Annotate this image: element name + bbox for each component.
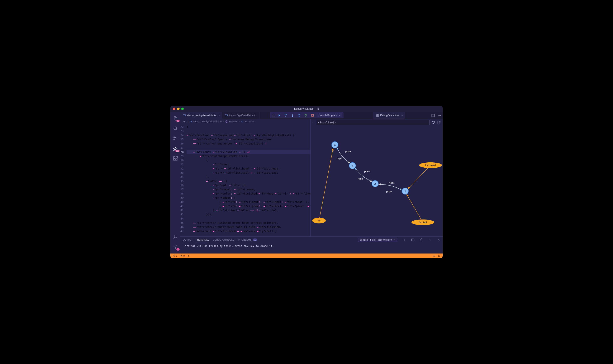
expand-icon[interactable]: ▷ — [313, 121, 314, 124]
status-bar: 1 0 — [170, 254, 443, 258]
code-lines[interactable]: } ="kw">function ="fn">reverse(="id">lis… — [187, 124, 310, 236]
accounts-icon[interactable] — [170, 232, 181, 242]
ts-lang-icon: TS — [225, 114, 228, 117]
vscode-window: Debug Visualizer — js 1 22 — [170, 106, 443, 258]
svg-point-15 — [273, 116, 273, 117]
debug-console-tab[interactable]: DEBUG CONSOLE — [213, 238, 234, 241]
activity-bar: 1 22 1 — [170, 112, 181, 254]
svg-point-1 — [174, 137, 175, 138]
panel-tabs: OUTPUT TERMINAL DEBUG CONSOLE PROBLEMS 1… — [181, 237, 443, 243]
graph-canvas[interactable]: nextprevnextprevnextprevlastlist.headlis… — [311, 126, 443, 236]
status-warnings[interactable]: 0 — [180, 255, 185, 257]
svg-rect-6 — [173, 159, 175, 160]
svg-text:3: 3 — [352, 164, 353, 168]
terminal-select[interactable]: 3: Task - build - tsconfig.json — [358, 238, 397, 242]
variable-icon — [241, 120, 243, 123]
terminal-tab[interactable]: TERMINAL — [197, 238, 209, 242]
close-tab-icon[interactable]: × — [218, 114, 220, 117]
status-feedback-icon[interactable] — [432, 255, 435, 257]
svg-text:next: next — [389, 181, 394, 184]
split-terminal-icon[interactable] — [411, 238, 415, 241]
search-icon[interactable] — [170, 123, 181, 133]
problems-tab[interactable]: PROBLEMS 1 — [238, 238, 257, 241]
svg-point-19 — [299, 116, 299, 117]
terminal-text: Terminal will be reused by tasks, press … — [183, 245, 274, 247]
editor-actions — [431, 114, 441, 117]
breadcrumb-symbol[interactable]: reverse — [229, 120, 237, 123]
svg-point-10 — [175, 246, 176, 247]
status-errors[interactable]: 1 — [172, 255, 177, 257]
refresh-icon[interactable] — [431, 120, 435, 124]
breadcrumbs[interactable]: src › TS demo_doubly-linked-list.ts › re… — [181, 119, 310, 124]
continue-button[interactable] — [276, 113, 282, 118]
status-debug-run[interactable] — [187, 255, 190, 257]
maximize-window-button[interactable] — [181, 108, 184, 110]
tab-demo-file[interactable]: TS demo_doubly-linked-list.ts × — [181, 112, 222, 119]
status-bell-icon[interactable] — [438, 255, 441, 257]
svg-text:next: next — [337, 157, 342, 160]
svg-point-25 — [440, 115, 441, 116]
step-out-button[interactable] — [296, 113, 302, 118]
step-into-button[interactable] — [289, 113, 295, 118]
svg-rect-7 — [176, 159, 177, 160]
tab-label: demo_doubly-linked-list.ts — [187, 114, 216, 117]
settings-gear-icon[interactable]: 1 — [170, 242, 181, 252]
more-actions-icon[interactable] — [438, 114, 441, 117]
svg-point-12 — [274, 114, 274, 115]
step-over-button[interactable] — [282, 113, 289, 118]
kill-terminal-icon[interactable] — [420, 238, 423, 241]
close-window-button[interactable] — [173, 108, 175, 110]
code-body[interactable]: 2223242526272829303132333435363738394041… — [181, 124, 310, 236]
svg-text:last: last — [317, 219, 321, 222]
method-icon — [225, 120, 228, 123]
visualizer-expression-input[interactable] — [316, 120, 430, 125]
breadcrumb-symbol[interactable]: visualize — [245, 120, 254, 123]
svg-text:list.head: list.head — [425, 164, 436, 167]
source-control-icon[interactable] — [170, 133, 181, 143]
split-editor-icon[interactable] — [431, 114, 435, 117]
settings-badge: 1 — [176, 248, 180, 251]
svg-text:2: 2 — [374, 182, 376, 185]
new-terminal-icon[interactable] — [403, 238, 406, 241]
svg-text:list.tail: list.tail — [419, 221, 427, 224]
terminal-select-label: 3: Task - build - tsconfig.json — [360, 238, 392, 241]
svg-point-24 — [439, 115, 440, 116]
chevron-down-icon — [393, 239, 395, 241]
svg-point-9 — [175, 235, 176, 237]
maximize-panel-icon[interactable] — [428, 238, 432, 241]
editor-tabs: TS demo_doubly-linked-list.ts × TS impor… — [181, 112, 443, 119]
breadcrumb-root[interactable]: src — [183, 120, 186, 123]
svg-rect-20 — [311, 114, 313, 116]
debug-visualizer-tab[interactable]: Debug Visualizer × — [373, 112, 405, 119]
debug-badge: 22 — [175, 150, 180, 152]
line-gutter: 2223242526272829303132333435363738394041… — [181, 124, 187, 236]
launch-config-label: Launch Program — [318, 114, 337, 117]
close-tab-icon[interactable]: × — [401, 114, 403, 117]
tab-import-file[interactable]: TS import { getDataExtract… — [222, 112, 260, 119]
ts-lang-icon: TS — [190, 120, 192, 123]
debug-toolbar[interactable]: Launch Program — [270, 112, 343, 118]
breadcrumb-file[interactable]: demo_doubly-linked-list.ts — [193, 120, 222, 123]
launch-config-select[interactable]: Launch Program — [317, 113, 342, 117]
svg-point-18 — [292, 116, 293, 117]
close-panel-icon[interactable] — [437, 238, 440, 241]
window-title: Debug Visualizer — js — [294, 107, 319, 110]
preview-icon — [376, 114, 379, 117]
explorer-badge: 1 — [176, 120, 180, 122]
minimize-window-button[interactable] — [177, 108, 180, 110]
debug-icon[interactable]: 22 — [170, 143, 181, 154]
explorer-icon[interactable]: 1 — [170, 113, 181, 123]
terminal-output[interactable]: Terminal will be reused by tasks, press … — [181, 243, 443, 254]
svg-rect-26 — [241, 121, 243, 122]
visualizer-input-row: ▷ — [311, 119, 443, 126]
svg-point-2 — [174, 139, 175, 140]
output-tab[interactable]: OUTPUT — [183, 238, 193, 241]
extensions-icon[interactable] — [170, 154, 181, 163]
popout-icon[interactable] — [437, 120, 441, 124]
problems-label: PROBLEMS — [238, 238, 251, 241]
stop-button[interactable] — [309, 113, 316, 118]
restart-button[interactable] — [303, 113, 309, 118]
chevron-down-icon — [338, 114, 340, 116]
drag-handle-icon[interactable] — [272, 114, 275, 117]
svg-point-13 — [273, 115, 273, 116]
